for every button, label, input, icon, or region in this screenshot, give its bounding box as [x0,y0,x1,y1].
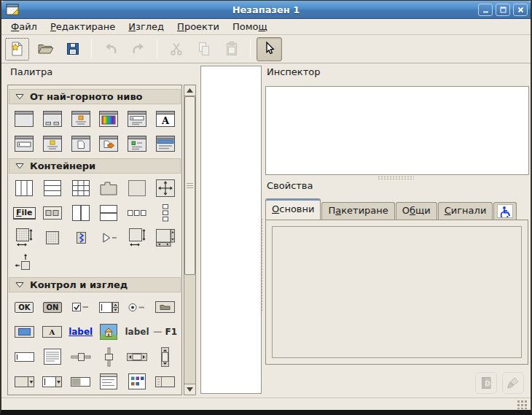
scroll-down-button[interactable] [184,384,196,395]
palette-section-header-2[interactable]: Контейнери [9,158,181,174]
palette-item-font-button[interactable]: A [39,319,67,344]
menu-Проекти[interactable]: Проекти [172,20,224,34]
palette-scrollbar[interactable] [184,85,196,395]
menu-Редактиране[interactable]: Редактиране [45,20,120,34]
palette-item-window[interactable] [10,106,39,131]
palette-item-font-selection-dialog[interactable]: A [151,106,179,131]
palette-item-combo-box-entry[interactable] [39,369,67,394]
palette-item-hpaned[interactable] [66,201,95,225]
palette-item-event-box[interactable] [39,225,67,250]
palette-item-frame[interactable] [123,176,152,201]
inspector-view[interactable] [265,86,529,175]
palette-item-expander[interactable] [95,225,123,250]
palette-item-viewport[interactable] [123,225,152,250]
design-canvas[interactable] [200,66,262,394]
new-button[interactable] [4,37,30,61]
palette-item-color-selection-dialog[interactable] [95,106,123,131]
palette-item-tree-view[interactable] [95,369,123,394]
scroll-up-button[interactable] [184,85,196,96]
palette-item-hscale[interactable] [66,344,95,369]
tab-common[interactable]: Общи [396,202,437,220]
palette-item-vbox[interactable] [39,176,67,201]
check-button-icon [72,303,89,312]
palette-item-combo-box[interactable] [10,369,39,394]
vbox-icon [44,180,61,196]
close-button[interactable] [513,4,528,16]
tab-general[interactable]: Основни [265,198,321,220]
palette-item-toolbar-widget[interactable] [39,201,67,225]
palette-item-vscrollbar[interactable] [151,344,179,369]
palette-item-drawing-area[interactable] [95,394,123,395]
palette-item-notebook[interactable] [95,176,123,201]
palette-item-check-button[interactable] [66,295,95,319]
palette-item-file-chooser-dialog[interactable] [123,106,152,131]
paned-handle-vertical[interactable] [260,218,264,311]
palette-item-scrolled-window[interactable] [151,225,179,250]
palette-item-about-dialog[interactable] [39,131,67,156]
palette-item-dialog[interactable] [39,106,67,131]
palette-item-button[interactable]: OK [10,295,39,319]
hpaned-icon [72,205,90,221]
palette-item-vpaned[interactable] [95,201,123,225]
tab-signals[interactable]: Сигнали [438,202,493,220]
palette-item-toggle-button[interactable]: ON [39,295,67,319]
event-box-icon [44,230,61,246]
open-button[interactable] [32,37,58,61]
palette-item-cell-view[interactable] [151,369,179,394]
palette-item-image[interactable] [95,319,123,344]
palette-item-hscrollbar[interactable] [123,344,152,369]
palette-item-entry[interactable] [10,344,39,369]
hbutton-box-icon [128,205,146,221]
scrollbar-track[interactable] [184,96,195,384]
palette-item-input-dialog[interactable] [10,131,39,156]
palette-item-text-view[interactable] [39,344,67,369]
toolbar [1,35,531,63]
palette-item-alignment[interactable] [10,250,39,275]
file-chooser-button-icon [155,301,175,313]
palette-section-header-1[interactable]: От най-горното ниво [9,89,181,104]
palette-item-handle-box[interactable] [66,225,95,250]
palette-item-file-chooser-button[interactable] [151,295,179,319]
palette-item-label[interactable]: label [123,319,152,344]
paned-handle-horizontal[interactable] [378,176,414,180]
selector-button[interactable] [257,37,282,61]
palette-section-header-3[interactable]: Контрол и изглед [9,277,181,292]
scrollbar-thumb[interactable] [184,96,195,275]
palette-item-layout[interactable] [10,225,39,250]
palette-item-vbutton-box[interactable] [151,201,179,225]
save-button[interactable] [60,37,85,61]
palette-item-table[interactable] [66,176,95,201]
palette-item-menu-bar[interactable]: File [10,201,39,225]
titlebar[interactable]: Незапазен 1 [1,1,531,19]
palette-item-status-bar[interactable] [66,394,95,395]
tree-view-icon [100,373,117,389]
menu-Файл[interactable]: Файл [6,20,42,34]
palette-item-progress-bar[interactable] [66,369,95,394]
palette-item-fixed[interactable] [151,176,179,201]
palette-item-link-button[interactable]: label [66,319,95,344]
palette-item-hbutton-box[interactable] [123,201,152,225]
palette-item-accel-label[interactable]: — F1 [151,319,179,344]
palette-item-page-dialog[interactable] [66,131,95,156]
palette-item-hseparator[interactable] [10,394,39,395]
maximize-button[interactable] [496,4,510,16]
palette-item-spin-button[interactable] [95,295,123,319]
minimize-button[interactable] [478,4,493,16]
palette-item-vseparator[interactable] [39,394,67,395]
palette-item-vscale[interactable] [95,344,123,369]
palette-item-property-dialog[interactable] [123,131,152,156]
menu-Помощ[interactable]: Помощ [227,20,273,34]
properties-notebook [265,220,528,365]
palette-item-icon-view[interactable] [123,369,152,394]
palette-item-hbox[interactable] [10,176,39,201]
tab-packing[interactable]: Пакетиране [321,202,394,220]
palette-item-color-button[interactable] [10,319,39,344]
menu-Изглед[interactable]: Изглед [123,20,169,34]
minimize-icon [482,7,489,13]
palette-item-recent-chooser-dialog[interactable] [95,131,123,156]
palette-item-radio-button[interactable] [123,295,152,319]
palette-item-assistant[interactable] [151,131,179,156]
palette-item-message-dialog[interactable] [66,106,95,131]
resize-grip[interactable] [517,400,528,409]
tab-accessibility[interactable] [493,202,517,220]
